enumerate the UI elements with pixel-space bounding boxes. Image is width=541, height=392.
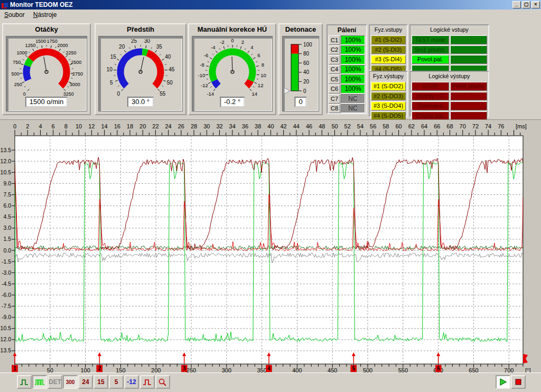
fyz-vstup-2: #2 (S-DI3): [371, 45, 406, 54]
svg-text:9.0: 9.0: [3, 180, 11, 186]
svg-text:4: 4: [39, 123, 42, 129]
svg-text:10: 10: [107, 67, 113, 72]
toolbar-button-b24[interactable]: 24: [78, 375, 93, 389]
toolbar-button-zoom[interactable]: [155, 375, 170, 389]
menu-soubor[interactable]: Soubor: [0, 10, 29, 20]
panel-fyz-vstupy: Fyz.vstupy #1 (S-DI2)#2 (S-DI3)#3 (S-DI4…: [369, 24, 408, 71]
gauge-value-predstih: 30.0 °: [127, 97, 154, 107]
panel-fyz-vystupy: Fyz.výstupy #1 (S-DO2)#2 (S-DO3)#3 (S-DO…: [369, 71, 408, 117]
bottom-toolbar: DET30024155-12: [0, 372, 541, 392]
paleni-value: 100%: [341, 74, 365, 84]
svg-text:42: 42: [280, 123, 286, 129]
title-bar: Monitor TEDOM OEZ _ ▢ ×: [0, 0, 541, 10]
svg-text:2: 2: [26, 123, 29, 129]
log-vystup-state: [450, 101, 488, 110]
toolbar-button-b300[interactable]: 300: [63, 375, 78, 389]
panel-log-vstupy: Logické vstupy TEST modeSníž předst.Povo…: [409, 24, 489, 71]
svg-text:45: 45: [169, 67, 175, 72]
svg-text:34: 34: [229, 123, 236, 129]
close-button[interactable]: ×: [531, 1, 540, 8]
toolbar-button-pulse-red[interactable]: [140, 375, 155, 389]
svg-text:16: 16: [114, 123, 120, 129]
svg-text:10: 10: [76, 123, 82, 129]
end-flag[interactable]: [523, 354, 528, 363]
panel-korekce: Manuální korekce HÚ -14-12-10-8-6-4-2024…: [188, 23, 276, 115]
svg-text:-9.0: -9.0: [2, 314, 11, 320]
log-vystup-row-4: Chyba pal.: [412, 111, 487, 120]
svg-text:7.5: 7.5: [3, 191, 11, 198]
fyz-vystup-2: #2 (S-DO3): [371, 92, 406, 101]
svg-text:1500: 1500: [35, 39, 46, 44]
svg-text:14: 14: [251, 91, 257, 97]
fyz-vstup-1: #1 (S-DI2): [371, 35, 406, 44]
svg-text:10: 10: [260, 72, 266, 78]
waveform-chart: 0246810121416182022242628303234363840424…: [0, 119, 541, 372]
otacky-gauge-dial: 0250500750100012501500175020002250250027…: [6, 39, 87, 99]
log-vystup-label: STOP: [412, 82, 449, 91]
svg-text:5: 5: [110, 80, 113, 86]
panel-paleni: Pálení C1100%C2100%C3100%C4100%C5100%C61…: [327, 24, 367, 114]
svg-text:24: 24: [165, 123, 172, 129]
svg-text:30: 30: [144, 39, 151, 44]
toolbar-button-play[interactable]: [496, 375, 510, 389]
toolbar-button-pulse-triple[interactable]: [32, 375, 47, 389]
menu-nastroje[interactable]: Nástroje: [29, 10, 61, 20]
svg-text:58: 58: [383, 123, 389, 129]
svg-text:20: 20: [119, 44, 125, 50]
toolbar-button-bm12[interactable]: -12: [124, 375, 139, 389]
paleni-row-C1: C1100%: [329, 35, 365, 45]
svg-text:12.0: 12.0: [1, 158, 12, 164]
svg-text:48: 48: [319, 123, 325, 129]
detonace-pointer: [284, 88, 290, 94]
log-vystup-state: PWM předst.: [450, 82, 488, 91]
paleni-row-C5: C5100%: [329, 74, 365, 84]
toolbar-button-stop[interactable]: [511, 375, 526, 389]
paleni-value: NC: [341, 104, 365, 114]
gauge-title-otacky: Otáčky: [3, 24, 90, 35]
svg-text:500: 500: [12, 71, 20, 77]
svg-text:-2: -2: [220, 39, 224, 45]
svg-text:20: 20: [139, 123, 146, 129]
fyz-vystup-4: #4 (S-DO5): [371, 111, 406, 120]
svg-text:-12.0: -12.0: [0, 336, 11, 342]
paleni-header: Pálení: [329, 26, 365, 34]
svg-text:4.5: 4.5: [3, 213, 11, 220]
svg-text:30: 30: [203, 123, 210, 129]
svg-text:62: 62: [408, 123, 415, 129]
predstih-gauge-dial: 0510152025303540455055: [100, 39, 181, 99]
toolbar-button-b15[interactable]: 15: [94, 375, 108, 389]
svg-text:64: 64: [421, 123, 427, 129]
svg-text:36: 36: [242, 123, 248, 129]
svg-text:26: 26: [178, 123, 184, 129]
svg-text:28: 28: [191, 123, 197, 129]
panel-otacky: Otáčky 025050075010001250150017502000225…: [2, 23, 91, 115]
svg-text:-6: -6: [203, 52, 208, 58]
svg-text:-10: -10: [198, 72, 205, 78]
toolbar-button-pulse-single[interactable]: [17, 375, 32, 389]
paleni-value: 100%: [341, 85, 365, 94]
svg-text:2: 2: [241, 39, 244, 45]
svg-text:72: 72: [472, 123, 479, 129]
chart-canvas: 0246810121416182022242628303234363840424…: [0, 120, 541, 373]
svg-text:52: 52: [344, 123, 351, 129]
toolbar-button-b5[interactable]: 5: [109, 375, 124, 389]
svg-text:0: 0: [231, 39, 234, 43]
paleni-label: C3: [329, 55, 340, 64]
paleni-value: 100%: [341, 35, 365, 45]
gauge-value-korekce: -0.2 °: [220, 97, 245, 107]
svg-text:1250: 1250: [25, 43, 35, 48]
gauge-title-detonace: Detonace: [279, 24, 322, 35]
gauge-area-detonace: 020406080100 0: [282, 36, 319, 111]
korekce-gauge-dial: -14-12-10-8-6-4-202468101214: [192, 39, 273, 99]
fyz-vystup-3: #3 (S-DO4): [371, 101, 406, 110]
svg-text:-12: -12: [200, 82, 208, 88]
svg-text:-10.5: -10.5: [0, 325, 11, 331]
svg-text:3: 3: [183, 366, 186, 371]
panel-predstih: Předstih 0510152025303540455055 30.0 °: [95, 23, 186, 115]
svg-text:1000: 1000: [17, 50, 27, 55]
minimize-button[interactable]: _: [512, 1, 521, 8]
maximize-button[interactable]: ▢: [522, 1, 530, 8]
svg-text:74: 74: [485, 123, 491, 129]
toolbar-button-det[interactable]: DET: [48, 375, 62, 389]
window-title: Monitor TEDOM OEZ: [10, 1, 511, 8]
